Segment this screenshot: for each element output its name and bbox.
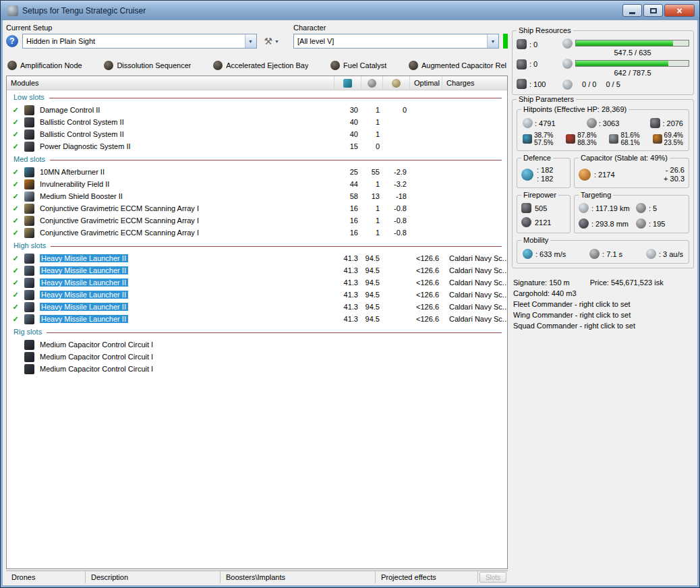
module-row[interactable]: ✓Heavy Missile Launcher II41.394.5<126.6… xyxy=(7,289,507,301)
dps-icon xyxy=(521,203,531,213)
active-check-icon: ✓ xyxy=(7,142,24,151)
price-text: Price: 545,671,523 isk xyxy=(590,277,664,288)
missile-launcher-icon xyxy=(24,290,34,300)
fleet-commander-text[interactable]: Fleet Commander - right click to set xyxy=(513,299,694,310)
module-row[interactable]: ✓Power Diagnostic System II150 xyxy=(7,140,507,152)
module-row[interactable]: ✓Heavy Missile Launcher II41.394.5<126.6… xyxy=(7,264,507,276)
kinetic-shield-resist-value: 81.6% xyxy=(620,131,639,139)
module-row[interactable]: ✓Heavy Missile Launcher II41.394.5<126.6… xyxy=(7,301,507,313)
module-row[interactable]: ✓Conjunctive Gravimetric ECCM Scanning A… xyxy=(7,214,507,227)
modules-column-header[interactable]: Modules xyxy=(7,76,334,90)
module-pg-value: 94.5 xyxy=(361,315,383,323)
module-name-text: Heavy Missile Launcher II xyxy=(40,291,128,299)
defence-value-2: : 182 xyxy=(537,175,553,183)
module-row[interactable]: ✓10MN Afterburner II2555-2.9 xyxy=(7,166,507,178)
bottom-tab-drones[interactable]: Drones xyxy=(6,571,86,583)
invulnerability-field-icon xyxy=(24,179,34,189)
powergrid-column-header[interactable] xyxy=(361,76,383,90)
module-pg-value: 94.5 xyxy=(361,278,383,287)
current-setup-combobox[interactable]: Hidden in Plain Sight ▼ xyxy=(22,34,257,49)
minimize-button[interactable] xyxy=(622,4,642,17)
character-status-indicator xyxy=(503,34,508,49)
drone-bandwidth-value: 0 / 0 xyxy=(582,80,596,88)
kinetic-resist-icon xyxy=(609,134,618,144)
powergrid-icon xyxy=(562,59,573,69)
active-check-icon: ✓ xyxy=(7,291,24,299)
subsystem-tab-5[interactable]: Augmented Capacitor Rel xyxy=(409,61,506,70)
squad-commander-text[interactable]: Squad Commander - right click to set xyxy=(513,320,694,331)
module-row[interactable]: ✓Heavy Missile Launcher II41.394.5<126.6… xyxy=(7,252,507,264)
max-velocity-stat: : 633 m/s xyxy=(523,249,566,259)
bottom-tab-projected-effects[interactable]: Projected effects xyxy=(376,571,478,583)
resist-row: 38.7%57.5%87.8%88.3%81.6%68.1%69.4%23.5% xyxy=(521,131,684,146)
setup-tools-button[interactable]: ⚒ ▼ xyxy=(261,34,283,48)
slots-button[interactable]: Slots xyxy=(479,572,506,583)
module-row[interactable]: Medium Capacitor Control Circuit I xyxy=(7,363,507,375)
module-cap-value: 0 xyxy=(383,106,410,114)
cpu-column-header[interactable] xyxy=(334,76,361,90)
targeting-label: Targeting xyxy=(579,191,613,199)
thermal-shield-resist-value: 87.8% xyxy=(577,131,596,139)
setup-row: Current Setup ? Hidden in Plain Sight ▼ … xyxy=(6,24,508,55)
power-diagnostic-icon xyxy=(24,142,34,152)
titlebar[interactable]: Setups for Tengu Strategic Cruiser × xyxy=(1,1,699,20)
module-row[interactable]: ✓Medium Shield Booster II5813-18 xyxy=(7,190,507,202)
sensor-strength-value: : 195 xyxy=(649,220,665,228)
module-pg-value: 1 xyxy=(361,180,383,188)
powergrid-usage-text: 642 / 787.5 xyxy=(576,69,689,77)
current-setup-dropdown-button[interactable]: ▼ xyxy=(245,34,256,48)
align-time-value: : 7.1 s xyxy=(602,250,622,258)
module-row[interactable]: Medium Capacitor Control Circuit I xyxy=(7,339,507,351)
em-resist-icon xyxy=(523,134,532,144)
max-targets-value: : 5 xyxy=(649,204,657,212)
module-row[interactable]: ✓Conjunctive Gravimetric ECCM Scanning A… xyxy=(7,202,507,214)
active-check-icon: ✓ xyxy=(7,278,24,287)
character-combobox[interactable]: [All level V] ▼ xyxy=(293,34,499,49)
launcher-hardpoints: : 0 xyxy=(517,59,558,69)
module-pg-value: 94.5 xyxy=(361,254,383,262)
calibration-icon xyxy=(517,79,527,89)
ship-parameters-group: Ship Parameters Hitpoints (Effective HP:… xyxy=(512,99,694,268)
ship-summary: Signature: 150 m Price: 545,671,523 isk … xyxy=(512,277,694,331)
charges-column-header[interactable]: Charges xyxy=(442,76,507,90)
subsystem-tab-3[interactable]: Accelerated Ejection Bay xyxy=(213,61,308,70)
capacitor-column-header[interactable] xyxy=(383,76,410,90)
module-row[interactable]: ✓Conjunctive Gravimetric ECCM Scanning A… xyxy=(7,227,507,239)
module-name: Invulnerability Field II xyxy=(38,180,334,188)
wing-commander-text[interactable]: Wing Commander - right click to set xyxy=(513,310,694,320)
subsystem-tab-4[interactable]: Fuel Catalyst xyxy=(330,61,386,70)
missile-launcher-icon xyxy=(24,254,34,264)
module-row[interactable]: ✓Ballistic Control System II401 xyxy=(7,128,507,140)
subsystem-tab-2[interactable]: Dissolution Sequencer xyxy=(104,61,191,70)
module-row[interactable]: ✓Damage Control II3010 xyxy=(7,104,507,116)
close-button[interactable]: × xyxy=(664,4,695,17)
module-row[interactable]: ✓Heavy Missile Launcher II41.394.5<126.6… xyxy=(7,313,507,325)
maximize-button[interactable] xyxy=(643,4,663,17)
bottom-tab-description[interactable]: Description xyxy=(86,571,221,583)
structure-hp: : 2076 xyxy=(650,118,683,128)
subsystem-tab-1[interactable]: Amplification Node xyxy=(7,61,82,70)
active-check-icon: ✓ xyxy=(7,106,24,115)
module-row[interactable]: ✓Heavy Missile Launcher II41.394.5<126.6… xyxy=(7,276,507,289)
module-name: Damage Control II xyxy=(38,106,334,114)
module-name: Ballistic Control System II xyxy=(38,118,334,126)
damage-control-icon xyxy=(24,105,34,115)
bottom-tabs: DronesDescriptionBoosters\ImplantsProjec… xyxy=(6,571,478,583)
module-cpu-value: 41.3 xyxy=(334,278,361,287)
help-icon[interactable]: ? xyxy=(6,35,18,47)
bottom-tab-boosters-implants[interactable]: Boosters\Implants xyxy=(221,571,376,583)
module-name-text: Medium Shield Booster II xyxy=(40,192,123,200)
targeting-group: Targeting : 117.19 km : 5 xyxy=(574,195,689,233)
module-row[interactable]: ✓Invulnerability Field II441-3.2 xyxy=(7,178,507,190)
ballistic-control-icon xyxy=(24,117,34,127)
shield-booster-icon xyxy=(24,192,34,202)
character-dropdown-button[interactable]: ▼ xyxy=(487,34,498,48)
module-cpu-value: 41.3 xyxy=(334,315,361,323)
missile-launcher-icon xyxy=(24,266,34,276)
module-cpu-value: 16 xyxy=(334,216,361,225)
max-targets-stat: : 5 xyxy=(636,203,684,213)
module-row[interactable]: Medium Capacitor Control Circuit I xyxy=(7,351,507,363)
module-row[interactable]: ✓Ballistic Control System II401 xyxy=(7,116,507,128)
slot-section-line xyxy=(47,332,502,333)
optimal-column-header[interactable]: Optimal xyxy=(410,76,442,90)
